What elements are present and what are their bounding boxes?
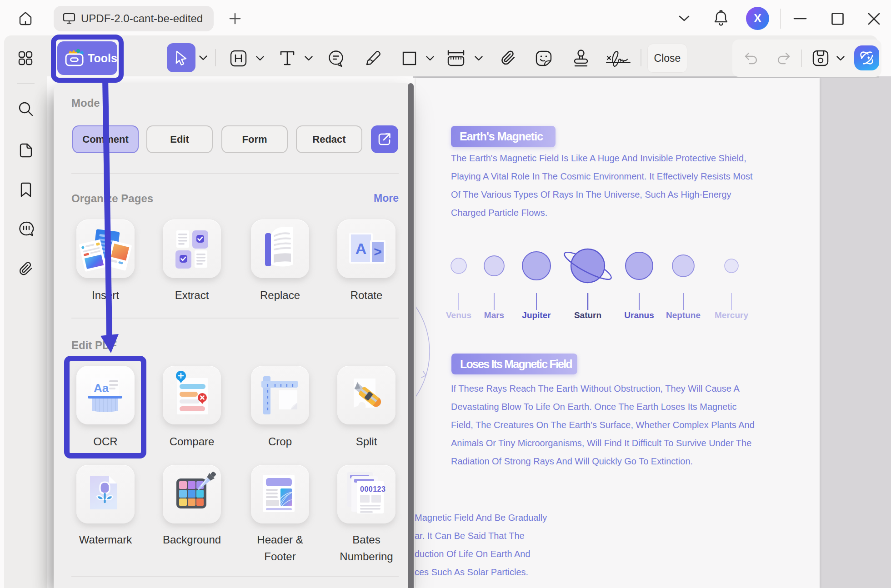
svg-text:>: > xyxy=(374,244,382,259)
svg-text:A: A xyxy=(355,240,367,257)
svg-text:Venus: Venus xyxy=(446,310,471,320)
svg-text:Saturn: Saturn xyxy=(574,310,601,320)
svg-text:Uranus: Uranus xyxy=(624,310,654,320)
svg-text:Jupiter: Jupiter xyxy=(522,310,551,320)
svg-text:Neptune: Neptune xyxy=(666,310,701,320)
svg-text:000123: 000123 xyxy=(360,485,385,493)
svg-text:Mars: Mars xyxy=(484,310,504,320)
svg-text:Mercury: Mercury xyxy=(715,310,748,320)
